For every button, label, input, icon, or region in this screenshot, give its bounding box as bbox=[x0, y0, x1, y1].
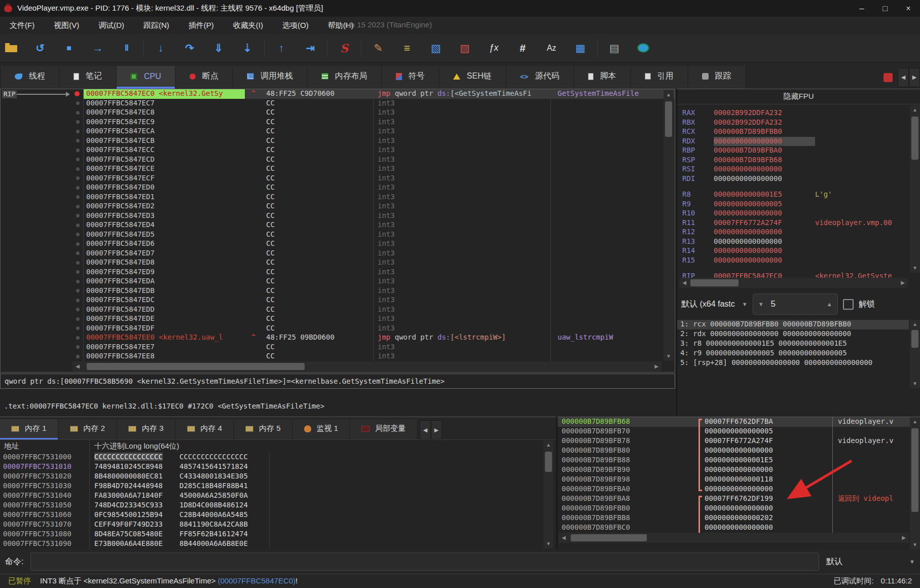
scroll-right-icon[interactable]: ▶ bbox=[899, 533, 909, 542]
breakpoint-gutter[interactable] bbox=[71, 99, 84, 108]
scroll-down-icon[interactable]: ▼ bbox=[910, 379, 920, 388]
command-input[interactable] bbox=[30, 553, 819, 571]
memory-qword-1[interactable]: 8B4800000080EC81 bbox=[90, 472, 175, 482]
disasm-row[interactable]: 00007FFBC5847EC7 CC int3 bbox=[1, 99, 675, 108]
tab-callstack[interactable]: 调用堆栈 bbox=[233, 66, 307, 89]
trace-over-icon[interactable]: ⇣ bbox=[241, 42, 253, 55]
memory-row[interactable]: 00007FFBC7531070 CEFF49F0F749D233 884119… bbox=[0, 520, 556, 530]
breakpoint-gutter[interactable] bbox=[71, 211, 84, 221]
open-file-icon[interactable] bbox=[5, 45, 17, 52]
tab-breakpoints[interactable]: 断点 bbox=[176, 66, 232, 89]
scroll-up-icon[interactable]: ▲ bbox=[543, 440, 554, 450]
status-address-link[interactable]: (00007FFBC5847EC0) bbox=[218, 576, 296, 585]
stack-value[interactable]: 0000000000000000 bbox=[705, 523, 832, 533]
breakpoint-gutter[interactable] bbox=[71, 220, 84, 230]
breakpoint-gutter[interactable] bbox=[71, 145, 84, 155]
menu-view[interactable]: 视图(V) bbox=[44, 17, 89, 34]
memory-row[interactable]: 00007FFBC7531060 0FC9854500125B94 C28B44… bbox=[0, 510, 556, 520]
register-row[interactable]: R12 0000000000000000 bbox=[682, 228, 920, 237]
memory-qword-2[interactable]: 4857415641571824 bbox=[175, 462, 260, 472]
memtabs-scroll-right-button[interactable]: ▶ bbox=[431, 420, 442, 439]
stack-row[interactable]: 000000B7D89BFB88 00000000000001E5 bbox=[558, 456, 920, 465]
comments-icon[interactable]: ≡ bbox=[401, 42, 413, 55]
disasm-row[interactable]: 00007FFBC5847ECB CC int3 bbox=[1, 136, 675, 146]
stack-value[interactable]: 0000000000000000 bbox=[705, 504, 832, 513]
disasm-row[interactable]: 00007FFBC5847ED3 CC int3 bbox=[1, 211, 675, 221]
register-row[interactable]: R14 0000000000000000 bbox=[682, 246, 920, 256]
breakpoint-gutter[interactable] bbox=[71, 239, 84, 249]
globe-icon[interactable] bbox=[637, 43, 649, 53]
menu-favourites[interactable]: 收藏夹(I) bbox=[224, 17, 273, 34]
stack-value[interactable]: 00007FF6762DF7BA bbox=[705, 417, 832, 427]
scrollbar-thumb[interactable] bbox=[911, 428, 918, 512]
scroll-up-icon[interactable]: ▲ bbox=[664, 90, 674, 99]
disasm-row[interactable]: 00007FFBC5847EDF CC int3 bbox=[1, 324, 675, 334]
breakpoint-gutter[interactable] bbox=[71, 268, 84, 277]
patches-icon[interactable]: ✎ bbox=[372, 42, 384, 55]
breakpoint-gutter[interactable] bbox=[71, 136, 84, 146]
memory-row[interactable]: 00007FFBC7531050 748D4CD23345C933 1D8D4C… bbox=[0, 501, 556, 510]
memory-qword-2[interactable]: C43348001834E305 bbox=[175, 472, 260, 482]
trace-into-icon[interactable]: ⇓ bbox=[212, 42, 225, 55]
unlock-checkbox[interactable] bbox=[843, 299, 854, 310]
register-value[interactable]: 00000000000001E5 bbox=[714, 190, 815, 200]
register-value[interactable]: 0000000000000005 bbox=[714, 200, 815, 209]
memory-qword-2[interactable]: CCCCCCCCCCCCCCCC bbox=[175, 453, 260, 462]
memtab-watch-1[interactable]: 监视 1 bbox=[293, 419, 350, 439]
scroll-up-icon[interactable]: ▲ bbox=[910, 105, 920, 115]
tab-threads[interactable]: 线程 bbox=[1, 66, 59, 89]
breakpoint-gutter[interactable] bbox=[71, 286, 84, 296]
stack-value[interactable]: 00000000000001E5 bbox=[705, 456, 832, 465]
stack-row[interactable]: 000000B7D89BFBB0 0000000000000000 bbox=[558, 504, 920, 513]
register-value[interactable]: 00002B992DDFA232 bbox=[714, 118, 815, 128]
stack-row[interactable]: 000000B7D89BFBC0 0000000000000000 bbox=[558, 523, 920, 533]
memory-qword-2[interactable]: 8841190C8A42CA8B bbox=[175, 520, 260, 530]
scrollbar-thumb[interactable] bbox=[911, 117, 918, 160]
disasm-row[interactable]: 00007FFBC5847ED8 CC int3 bbox=[1, 258, 675, 268]
register-value[interactable]: 0000000000000000 bbox=[714, 228, 815, 237]
memory-qword-2[interactable]: 45000A6A25850F0A bbox=[175, 491, 260, 501]
breakpoint-gutter[interactable] bbox=[71, 352, 84, 361]
scroll-down-icon[interactable]: ▼ bbox=[664, 352, 674, 361]
memtab-memory-4[interactable]: 内存 4 bbox=[176, 419, 234, 439]
breakpoint-gutter[interactable] bbox=[71, 202, 84, 211]
stack-row[interactable]: 000000B7D89BFBB8 0000000000000202 bbox=[558, 513, 920, 523]
stack-row[interactable]: 000000B7D89BFB78 00007FF6772A274F videop… bbox=[558, 436, 920, 446]
stack-row[interactable]: 000000B7D89BFBA0 0000000000000000 bbox=[558, 485, 920, 494]
memory-row[interactable]: 00007FFBC7531090 E73B000A6A4E880E 8B4400… bbox=[0, 539, 556, 549]
stack-value[interactable]: 0000000000000202 bbox=[705, 513, 832, 523]
breakpoint-gutter[interactable] bbox=[71, 174, 84, 183]
tabs-scroll-right-button[interactable]: ▶ bbox=[909, 68, 920, 87]
memory-row[interactable]: 00007FFBC7531040 FA83000A6A71840F 45000A… bbox=[0, 491, 556, 501]
stack-value[interactable]: 0000000000000000 bbox=[705, 485, 832, 494]
memory-vertical-scrollbar[interactable]: ▲ ▼ bbox=[543, 440, 554, 548]
spinner-down-icon[interactable]: ▼ bbox=[758, 301, 764, 307]
spinner-up-icon[interactable]: ▲ bbox=[827, 301, 832, 307]
stack-horizontal-scrollbar[interactable]: ◀ ▶ bbox=[559, 533, 909, 543]
hash-icon[interactable]: # bbox=[517, 42, 529, 55]
stop-icon[interactable]: ■ bbox=[63, 42, 75, 55]
breakpoint-gutter[interactable] bbox=[71, 343, 84, 352]
breakpoint-gutter[interactable] bbox=[71, 193, 84, 202]
register-value[interactable]: 0000000000000000 bbox=[714, 137, 815, 146]
breakpoint-gutter[interactable] bbox=[71, 258, 84, 268]
memory-row[interactable]: 00007FFBC7531010 74894810245C8948 485741… bbox=[0, 462, 556, 472]
calling-convention-dropdown[interactable]: 默认 (x64 fastc ▼ bbox=[681, 299, 748, 310]
step-over-icon[interactable]: ↷ bbox=[183, 42, 196, 55]
breakpoint-gutter[interactable] bbox=[71, 108, 84, 118]
disasm-row[interactable]: 00007FFBC5847ED1 CC int3 bbox=[1, 193, 675, 202]
run-to-user-code-icon[interactable]: ⇥ bbox=[304, 42, 316, 55]
breakpoint-gutter[interactable] bbox=[71, 127, 84, 136]
pause-icon[interactable]: Ⅱ bbox=[121, 42, 133, 55]
stack-row[interactable]: 000000B7D89BFBA8 00007FF6762DF199 返回到 vi… bbox=[558, 494, 920, 504]
stack-row[interactable]: 000000B7D89BFB68 00007FF6762DF7BA videop… bbox=[558, 417, 920, 427]
disasm-row[interactable]: 00007FFBC5847ED0 CC int3 bbox=[1, 183, 675, 193]
memory-row[interactable]: 00007FFBC7531000 CCCCCCCCCCCCCCCC CCCCCC… bbox=[0, 453, 556, 462]
scroll-left-icon[interactable]: ◀ bbox=[679, 278, 689, 287]
scroll-up-icon[interactable]: ▲ bbox=[910, 320, 920, 329]
register-value[interactable]: 0000000000000000 bbox=[714, 246, 815, 256]
scrollbar-thumb[interactable] bbox=[87, 363, 305, 370]
scrollbar-thumb[interactable] bbox=[545, 452, 552, 472]
memory-qword-1[interactable]: 8D48EA75C085480E bbox=[90, 530, 175, 539]
memory-qword-2[interactable]: C28B44000A6A5485 bbox=[175, 510, 260, 520]
